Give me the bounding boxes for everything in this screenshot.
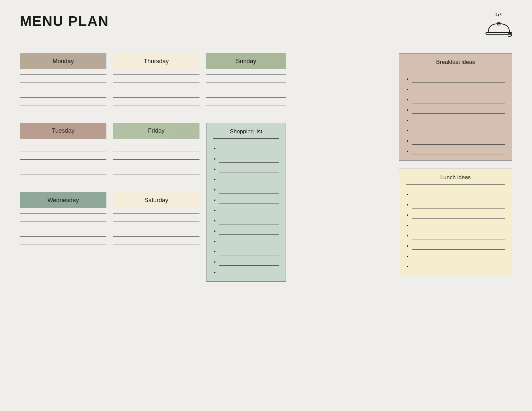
wednesday-line-1 [20,213,106,214]
chef-icon [482,13,512,40]
thursday-section: Thursday [113,53,200,113]
lunch-item [412,219,505,229]
saturday-line-4 [113,236,200,237]
shopping-item [219,235,279,245]
lunch-item [412,250,505,260]
sunday-line-2 [206,82,286,82]
shopping-item [219,214,279,224]
breakfast-item [412,103,505,114]
tuesday-line-1 [20,144,106,144]
thursday-line-5 [113,105,200,105]
shopping-item [219,194,279,204]
right-column: Breakfast ideas Lunch ideas [399,53,512,282]
lunch-item [412,239,505,250]
column-1: Monday Tuesday [20,53,106,282]
monday-line-5 [20,105,106,105]
breakfast-item [412,93,505,103]
saturday-line-2 [113,221,200,221]
saturday-label: Saturday [113,192,200,208]
friday-line-2 [113,152,200,152]
tuesday-line-2 [20,152,106,152]
breakfast-item [412,72,505,83]
wednesday-line-4 [20,236,106,237]
shopping-item [219,266,279,276]
breakfast-ideas-list [406,72,505,155]
page-title: MENU PLAN [20,13,109,29]
friday-line-3 [113,159,200,160]
tuesday-line-5 [20,175,106,175]
main-layout: Monday Tuesday [20,53,512,282]
lunch-item [412,260,505,270]
svg-rect-0 [486,33,512,34]
saturday-line-3 [113,229,200,229]
monday-line-3 [20,90,106,90]
friday-line-5 [113,175,200,175]
shopping-list-box: Shopping list [206,123,286,282]
lunch-ideas-title: Lunch ideas [406,174,505,185]
lunch-ideas-box: Lunch ideas [399,169,512,276]
lunch-item [412,188,505,198]
breakfast-item [412,134,505,145]
sunday-line-4 [206,97,286,98]
monday-line-4 [20,97,106,98]
friday-line-4 [113,167,200,167]
days-grid: Monday Tuesday [20,53,391,282]
thursday-line-3 [113,90,200,90]
shopping-item [219,204,279,214]
wednesday-section: Wednesday [20,192,106,252]
shopping-list-title: Shopping list [213,128,279,139]
shopping-item [219,224,279,235]
saturday-line-5 [113,244,200,244]
lunch-item [412,208,505,219]
column-2: Thursday Friday [113,53,200,282]
lunch-item [412,198,505,208]
friday-label: Friday [113,123,200,139]
sunday-section: Sunday [206,53,286,113]
wednesday-line-3 [20,229,106,229]
breakfast-item [412,114,505,124]
friday-section: Friday [113,123,200,182]
shopping-item [219,173,279,183]
lunch-ideas-list [406,188,505,270]
breakfast-item [412,124,505,134]
thursday-line-4 [113,97,200,98]
monday-line-1 [20,74,106,75]
sunday-line-1 [206,74,286,75]
tuesday-label: Tuesday [20,123,106,139]
tuesday-line-4 [20,167,106,167]
sunday-line-5 [206,105,286,105]
monday-section: Monday [20,53,106,113]
breakfast-ideas-box: Breakfast ideas [399,53,512,161]
breakfast-item [412,83,505,93]
wednesday-label: Wednesday [20,192,106,208]
sunday-label: Sunday [206,53,286,69]
shopping-item [219,142,279,152]
monday-line-2 [20,82,106,82]
monday-label: Monday [20,53,106,69]
column-3: Sunday Shopping list [206,53,286,282]
shopping-item [219,183,279,194]
shopping-item [219,152,279,163]
wednesday-line-2 [20,221,106,221]
wednesday-line-5 [20,244,106,244]
lunch-item [412,229,505,239]
friday-line-1 [113,144,200,144]
saturday-line-1 [113,213,200,214]
saturday-section: Saturday [113,192,200,252]
shopping-item [219,163,279,173]
shopping-item [219,245,279,255]
shopping-list [213,142,279,276]
sunday-line-3 [206,90,286,90]
thursday-line-2 [113,82,200,82]
thursday-line-1 [113,74,200,75]
shopping-item [219,255,279,266]
tuesday-section: Tuesday [20,123,106,182]
tuesday-line-3 [20,159,106,160]
breakfast-item [412,145,505,155]
breakfast-ideas-title: Breakfast ideas [406,59,505,69]
thursday-label: Thursday [113,53,200,69]
